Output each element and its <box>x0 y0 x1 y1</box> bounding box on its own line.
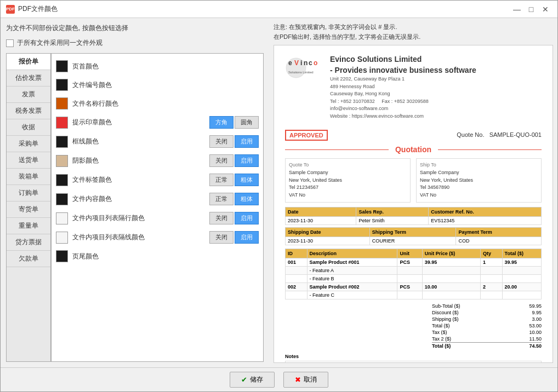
color-label-9: 文件内项目列表隔线颜色 <box>72 233 205 242</box>
doc-title: Quotation <box>389 145 438 154</box>
table-row: 2023-11-30 Peter Smith EVS12345 <box>286 217 542 225</box>
nav-item-4[interactable]: 收据 <box>7 119 50 136</box>
color-swatch-5[interactable] <box>56 155 68 167</box>
product-cell-3-3: 10.00 <box>422 283 480 291</box>
title-line-left <box>285 149 389 150</box>
preview-note-line1: 注意: 在预览视窗内, 非英文的字词会以 # 显示. <box>274 22 553 32</box>
nav-item-1[interactable]: 估价发票 <box>7 70 50 87</box>
product-cell-4-4 <box>481 291 503 299</box>
product-cell-0-4: 1 <box>481 258 503 267</box>
nav-item-12[interactable]: 欠款单 <box>7 251 50 267</box>
th-id: ID <box>286 249 308 258</box>
color-label-5: 阴影颜色 <box>72 156 205 165</box>
toggle-btn-7-0[interactable]: 正常 <box>209 193 234 205</box>
toggle-group-5: 关闭启用 <box>209 154 259 167</box>
td-sales-rep: Peter Smith <box>356 217 429 225</box>
cancel-button[interactable]: ✖ 取消 <box>283 372 328 388</box>
toggle-btn-4-1[interactable]: 启用 <box>235 135 259 148</box>
nav-item-9[interactable]: 寄货单 <box>7 201 50 218</box>
color-config-section: 报价单估价发票发票税务发票收据采购单送货单装箱单订购单寄货单重量单贷方票据欠款单… <box>6 53 264 362</box>
nav-item-7[interactable]: 装箱单 <box>7 169 50 185</box>
color-label-3: 提示印章颜色 <box>72 118 205 127</box>
toggle-btn-5-0[interactable]: 关闭 <box>209 154 234 167</box>
company-info: Evinco Solutions Limited - Provides inno… <box>330 54 542 120</box>
total-row-6: Total ($)74.50 <box>432 342 542 349</box>
nav-item-11[interactable]: 贷方票据 <box>7 234 50 251</box>
toggle-btn-8-0[interactable]: 关闭 <box>209 212 234 224</box>
product-cell-2-3 <box>422 275 480 283</box>
color-swatch-0[interactable] <box>56 60 68 72</box>
th-date: Date <box>286 207 356 217</box>
nav-item-3[interactable]: 税务发票 <box>7 103 50 119</box>
nav-item-10[interactable]: 重量单 <box>7 218 50 234</box>
quote-to-box: Quote To Sample Company New York, United… <box>285 158 411 203</box>
color-row-0: 页首颜色 <box>56 58 259 74</box>
minimize-button[interactable]: — <box>510 3 523 16</box>
product-cell-3-5: 20.00 <box>502 283 541 291</box>
nav-item-2[interactable]: 发票 <box>7 87 50 103</box>
toggle-btn-3-0[interactable]: 方角 <box>209 116 234 129</box>
document-type-nav: 报价单估价发票发票税务发票收据采购单送货单装箱单订购单寄货单重量单贷方票据欠款单 <box>6 53 51 362</box>
td-customer-ref: EVS12345 <box>429 217 542 225</box>
product-cell-1-1: - Feature A <box>307 267 397 275</box>
maximize-button[interactable]: □ <box>525 3 538 16</box>
product-cell-4-1: - Feature C <box>307 291 397 299</box>
bottom-bar: ✔ 储存 ✖ 取消 <box>1 367 557 391</box>
product-cell-2-4 <box>481 275 503 283</box>
toggle-btn-9-0[interactable]: 关闭 <box>209 231 234 244</box>
toggle-group-3: 方角圆角 <box>209 116 259 129</box>
th-unit-price: Unit Price ($) <box>422 249 480 258</box>
color-swatch-1[interactable] <box>56 79 68 91</box>
ship-to-content: Sample Company New York, United States T… <box>420 169 538 199</box>
toggle-btn-9-1[interactable]: 启用 <box>235 231 259 244</box>
svg-text:i: i <box>300 59 302 67</box>
color-swatch-4[interactable] <box>56 136 68 148</box>
close-button[interactable]: ✕ <box>539 3 552 16</box>
th-shipping-term: Shipping Term <box>369 228 456 237</box>
product-cell-0-1: Sample Product #001 <box>307 258 397 267</box>
color-swatch-2[interactable] <box>56 97 68 109</box>
nav-item-0[interactable]: 报价单 <box>7 54 50 70</box>
total-label-0: Sub-Total ($) <box>432 303 460 309</box>
product-row-3: 002Sample Product #002PCS10.00220.00 <box>286 283 542 291</box>
td-shipping-term: COURIER <box>369 237 456 245</box>
color-row-8: 文件内项目列表隔行颜色关闭启用 <box>56 210 259 227</box>
company-logo: e V i n c o Solutions Limited <box>285 54 323 82</box>
nav-item-8[interactable]: 订购单 <box>7 185 50 201</box>
color-swatch-6[interactable] <box>56 174 68 186</box>
product-cell-2-5 <box>502 275 541 283</box>
save-button[interactable]: ✔ 储存 <box>230 372 275 388</box>
color-row-4: 框线颜色关闭启用 <box>56 133 259 150</box>
total-row-1: Discount ($)9.95 <box>432 309 542 316</box>
addresses-section: Quote To Sample Company New York, United… <box>285 158 542 203</box>
total-value-1: 9.95 <box>532 310 542 315</box>
same-style-label: 于所有文件采用同一文件外观 <box>17 38 103 48</box>
toggle-btn-5-1[interactable]: 启用 <box>235 154 259 167</box>
left-panel: 为文件不同部份设定颜色, 按颜色按钮选择 于所有文件采用同一文件外观 报价单估价… <box>1 18 269 367</box>
toggle-btn-6-0[interactable]: 正常 <box>209 174 234 186</box>
nav-item-5[interactable]: 采购单 <box>7 136 50 152</box>
same-style-checkbox[interactable] <box>6 39 14 47</box>
toggle-btn-8-1[interactable]: 启用 <box>235 212 259 224</box>
info-table: Date Sales Rep. Customer Ref. No. 2023-1… <box>285 207 542 225</box>
product-cell-2-0 <box>286 275 308 283</box>
total-row-2: Shipping ($)3.00 <box>432 316 542 322</box>
product-cell-4-0 <box>286 291 308 299</box>
svg-text:c: c <box>309 59 312 67</box>
color-swatch-3[interactable] <box>56 117 68 129</box>
th-payment-term: Payment Term <box>456 228 542 237</box>
preview-note: 注意: 在预览视窗内, 非英文的字词会以 # 显示. 在PDF输出时, 选择恰当… <box>274 22 553 42</box>
color-swatch-8[interactable] <box>56 212 68 224</box>
nav-item-6[interactable]: 送货单 <box>7 152 50 169</box>
toggle-btn-3-1[interactable]: 圆角 <box>235 116 259 129</box>
color-swatch-10[interactable] <box>56 250 68 262</box>
notes-title: Notes <box>285 354 542 359</box>
color-swatch-9[interactable] <box>56 232 68 244</box>
color-label-7: 文件内容颜色 <box>72 194 205 204</box>
td-payment-term: COD <box>456 237 542 245</box>
toggle-btn-6-1[interactable]: 粗体 <box>235 174 259 186</box>
toggle-btn-7-1[interactable]: 粗体 <box>235 193 259 205</box>
toggle-btn-4-0[interactable]: 关闭 <box>209 135 234 148</box>
product-cell-1-2 <box>397 267 422 275</box>
color-swatch-7[interactable] <box>56 193 68 205</box>
